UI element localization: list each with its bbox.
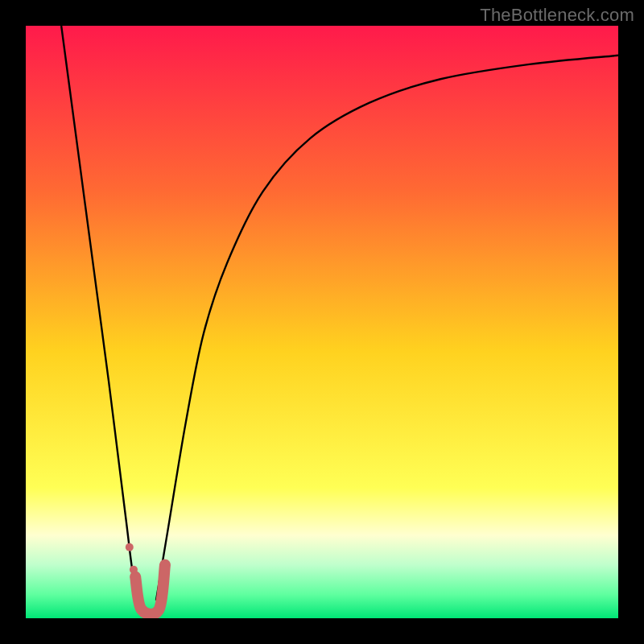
chart-frame: TheBottleneck.com xyxy=(0,0,644,644)
marker-dot-0 xyxy=(126,543,134,551)
watermark-text: TheBottleneck.com xyxy=(480,5,634,26)
gradient-bg xyxy=(26,26,618,618)
plot-area xyxy=(26,26,618,618)
marker-dot-1 xyxy=(130,566,138,574)
chart-svg xyxy=(26,26,618,618)
